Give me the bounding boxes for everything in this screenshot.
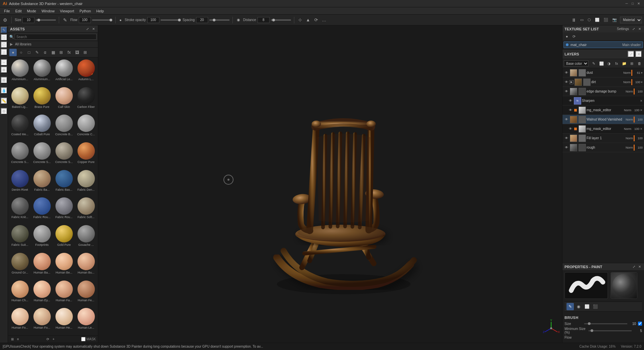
layer-dust-expand[interactable]: ▾ <box>641 71 643 74</box>
layer-dirt-expand[interactable]: ▾ <box>641 80 643 84</box>
asset-item-22[interactable]: Fabric Rou... <box>53 197 74 223</box>
transform-tool[interactable]: ⊞ <box>1 77 7 83</box>
paint-tool[interactable]: ✎ <box>1 27 7 33</box>
toolbar-pause-btn[interactable]: ⏸ <box>571 17 577 23</box>
asset-item-0[interactable]: Aluminium... <box>9 59 30 85</box>
asset-item-3[interactable]: Autumn L... <box>75 59 97 85</box>
new-asset-btn[interactable]: + <box>51 337 55 341</box>
viewport[interactable]: Y X Z <box>98 25 562 343</box>
layer-walnut[interactable]: 👁 Walnut Wood Varnished Norm 100 <box>562 115 644 124</box>
asset-item-23[interactable]: Fabric Soft... <box>75 197 97 223</box>
asset-item-18[interactable]: Fabric Bas... <box>53 169 74 196</box>
layer-rough-visibility[interactable]: 👁 <box>564 145 569 150</box>
asset-item-8[interactable]: Coated Me... <box>9 114 30 141</box>
window-controls[interactable]: ─ □ ✕ <box>624 1 641 6</box>
toolbar-smooth-btn[interactable]: ⟳ <box>313 17 319 23</box>
layer-fill[interactable]: 👁 Fill layer 1 Norm 100 <box>562 134 644 143</box>
toolbar-view-split-btn[interactable]: ⬜ <box>594 17 601 23</box>
filter-gradient[interactable]: ▦ <box>49 49 57 56</box>
menu-viewport[interactable]: Viewport <box>57 8 77 14</box>
layer-fill-visibility[interactable]: 👁 <box>564 136 569 141</box>
texture-set-item[interactable]: mat_chair Main shader <box>564 41 643 48</box>
asset-item-24[interactable]: Fabric Suit... <box>9 224 30 251</box>
prop-metal-btn[interactable]: ◉ <box>575 303 582 310</box>
prop-opacity-btn[interactable]: ⬜ <box>583 303 591 310</box>
asset-item-15[interactable]: Copper Pure <box>75 142 97 168</box>
toolbar-symmetry-btn[interactable]: ⊹ <box>297 17 303 23</box>
layer-group-btn[interactable]: 📁 <box>621 60 628 67</box>
toolbar-view-3d-btn[interactable]: ⬡ <box>587 17 592 23</box>
add-fill-layer-btn[interactable]: ⬜ <box>598 60 605 67</box>
asset-item-34[interactable]: Human Fa... <box>53 280 74 307</box>
assets-all-libraries[interactable]: All libraries <box>15 42 31 46</box>
distance-input[interactable] <box>258 17 270 23</box>
asset-item-13[interactable]: Concrete S... <box>31 142 52 168</box>
add-paint-layer-btn[interactable]: ✎ <box>591 60 597 67</box>
toolbar-stroke-btn[interactable]: ● <box>119 17 123 23</box>
spacing-input[interactable] <box>196 17 208 23</box>
size-slider[interactable] <box>36 19 56 21</box>
toolbar-distance-btn[interactable]: ◉ <box>236 17 241 23</box>
asset-item-36[interactable]: Human Fo... <box>9 307 30 334</box>
asset-item-14[interactable]: Concrete S... <box>53 142 74 168</box>
asset-item-20[interactable]: Fabric Knit... <box>9 197 30 223</box>
layer-edge-visibility[interactable]: 👁 <box>564 89 569 94</box>
menu-edit[interactable]: Edit <box>13 8 24 14</box>
layer-mgmask-1-visibility[interactable]: 👁 <box>568 108 573 113</box>
filter-all[interactable]: ⊞ <box>82 49 89 56</box>
material-select[interactable]: Material <box>620 17 642 23</box>
asset-item-25[interactable]: Footprints <box>31 224 52 251</box>
menu-python[interactable]: Python <box>77 8 94 14</box>
filter-ring[interactable]: ○ <box>17 49 25 56</box>
assets-expand-btn[interactable]: ⤢ <box>85 27 90 31</box>
layers-expand-btn[interactable]: ⤢ <box>628 51 634 57</box>
toolbar-paint-mode[interactable]: ✎ <box>62 17 68 23</box>
texture-set-expand-btn[interactable]: ⤢ <box>631 27 636 31</box>
filter-sphere[interactable]: ● <box>9 49 17 56</box>
texture-set-settings-btn[interactable]: Settings <box>616 27 630 31</box>
layer-instance-btn[interactable]: ⊞ <box>629 60 635 67</box>
asset-item-16[interactable]: Denim Rivet <box>9 169 30 196</box>
layer-sharpen-visibility[interactable]: 👁 <box>568 98 573 104</box>
filter-fx[interactable]: fx <box>65 49 73 56</box>
layer-dirt-child-indicator[interactable]: ▶ <box>570 80 574 84</box>
asset-item-28[interactable]: Ground Gr... <box>9 252 30 279</box>
asset-item-11[interactable]: Concrete C... <box>75 114 97 141</box>
asset-item-7[interactable]: Carbon Fiber <box>75 86 97 113</box>
layer-mgmask-1-delete[interactable]: ✕ <box>640 109 643 112</box>
prop-color-btn[interactable]: ⬛ <box>592 303 599 310</box>
mask-checkbox[interactable]: MASK <box>81 337 96 341</box>
pick-color-tool[interactable]: 💧 <box>1 87 7 94</box>
menu-file[interactable]: File <box>1 8 13 14</box>
add-mask-btn[interactable]: ◑ <box>606 60 612 67</box>
layer-mgmask-2-delete[interactable]: ✕ <box>640 127 643 131</box>
asset-item-30[interactable]: Human Be... <box>53 252 74 279</box>
menu-help[interactable]: Help <box>94 8 107 14</box>
layer-dust-visibility[interactable]: 👁 <box>564 70 569 75</box>
asset-item-21[interactable]: Fabric Rou... <box>31 197 52 223</box>
ts-color-channel-icon[interactable]: ● <box>564 33 570 39</box>
ts-refresh-icon[interactable]: ⟳ <box>571 33 577 39</box>
stroke-opacity-input[interactable] <box>147 17 159 23</box>
stroke-opacity-slider[interactable] <box>161 19 181 21</box>
layer-delete-btn[interactable]: 🗑 <box>636 60 643 67</box>
asset-item-39[interactable]: Human Le... <box>75 307 97 334</box>
asset-item-9[interactable]: Cobalt Pure <box>31 114 52 141</box>
measure-tool[interactable]: 📏 <box>1 98 7 104</box>
layer-dirt[interactable]: 👁 ▶ dirt Norm 100 ▾ <box>562 77 644 87</box>
asset-item-26[interactable]: Gold Pure <box>53 224 74 251</box>
toolbar-screenshot-btn[interactable]: 📷 <box>611 17 618 23</box>
layer-mgmask-1[interactable]: 👁 mg_mask_editor Norm 100 ✕ <box>562 106 644 115</box>
minimize-button[interactable]: ─ <box>624 1 629 6</box>
layer-sharpen-delete[interactable]: ✕ <box>640 99 643 103</box>
asset-item-2[interactable]: Artificial Le... <box>53 59 74 85</box>
layer-sharpen[interactable]: 👁 fx Sharpen ✕ <box>562 96 644 106</box>
filter-brush[interactable]: ✎ <box>33 49 41 56</box>
asset-item-19[interactable]: Fabric Den... <box>75 169 97 196</box>
asset-item-17[interactable]: Fabric Ba... <box>31 169 52 196</box>
smudge-tool[interactable]: ~ <box>1 59 7 66</box>
list-view-btn[interactable]: ≡ <box>16 337 20 341</box>
filter-grid[interactable]: ⊞ <box>57 49 65 56</box>
layer-dust[interactable]: 👁 dust Norm 61 ▾ <box>562 68 644 77</box>
asset-item-35[interactable]: Human Fe... <box>75 280 97 307</box>
